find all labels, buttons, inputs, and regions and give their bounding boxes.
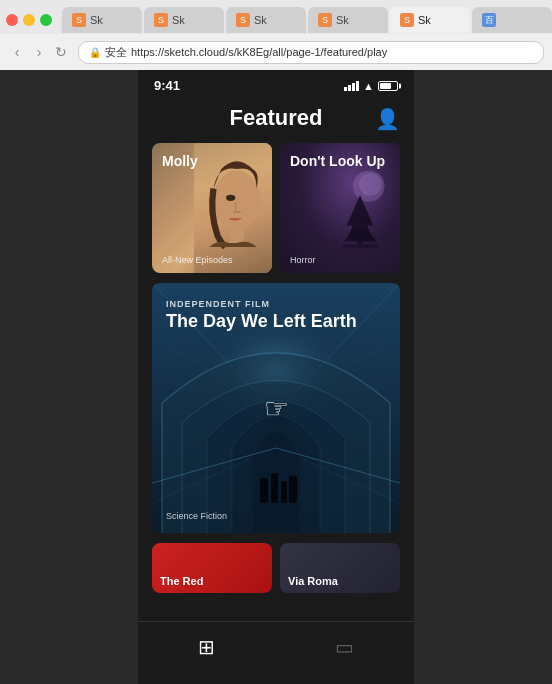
tab-2[interactable]: S Sk <box>144 7 224 33</box>
molly-card[interactable]: Molly All-New Episodes <box>152 143 272 273</box>
signal-bar-3 <box>352 83 355 91</box>
nav-home[interactable]: ⊞ <box>178 629 235 665</box>
dont-title: Don't Look Up <box>290 153 385 170</box>
profile-icon: 👤 <box>375 108 400 130</box>
tab-2-label: Sk <box>172 14 185 26</box>
svg-point-1 <box>226 195 235 201</box>
tab-bar: S Sk S Sk S Sk S Sk S Sk 百 <box>0 0 552 34</box>
signal-bar-1 <box>344 87 347 91</box>
svg-rect-2 <box>230 228 244 244</box>
svg-rect-17 <box>260 478 268 503</box>
dont-look-up-card[interactable]: Don't Look Up Horror <box>280 143 400 273</box>
wide-card-title: The Day We Left Earth <box>166 311 357 333</box>
battery-tip <box>399 83 401 88</box>
home-icon: ⊞ <box>198 635 215 659</box>
svg-rect-18 <box>271 473 278 503</box>
cursor-hand: ☞ <box>264 392 289 425</box>
top-cards-row: Molly All-New Episodes <box>138 143 414 273</box>
refresh-button[interactable]: ↻ <box>52 43 70 61</box>
app-content: 👤 Featured <box>138 97 414 671</box>
tab-2-icon: S <box>154 13 168 27</box>
tab-1-icon: S <box>72 13 86 27</box>
address-field[interactable]: 🔒 安全 https://sketch.cloud/s/kK8Eg/all/pa… <box>78 41 544 64</box>
tab-4[interactable]: S Sk <box>308 7 388 33</box>
forward-button[interactable]: › <box>30 43 48 61</box>
day-we-left-earth-card[interactable]: ☞ INDEPENDENT FILM The Day We Left Earth… <box>152 283 400 533</box>
the-red-title: The Red <box>160 575 203 587</box>
molly-face-art <box>194 143 272 273</box>
tab-6[interactable]: 百 <box>472 7 552 33</box>
molly-face-bg <box>194 143 272 273</box>
tab-1-label: Sk <box>90 14 103 26</box>
svg-rect-19 <box>281 481 287 503</box>
address-bar: ‹ › ↻ 🔒 安全 https://sketch.cloud/s/kK8Eg/… <box>0 34 552 70</box>
security-label: 安全 <box>105 45 127 60</box>
lock-icon: 🔒 <box>89 47 101 58</box>
svg-point-0 <box>214 171 261 230</box>
signal-bar-2 <box>348 85 351 91</box>
bottom-nav: ⊞ ▭ <box>138 621 414 671</box>
status-icons: ▲ <box>344 80 398 92</box>
tab-4-label: Sk <box>336 14 349 26</box>
tab-5-active[interactable]: S Sk <box>390 7 470 33</box>
status-bar: 9:41 ▲ <box>138 70 414 97</box>
close-button[interactable] <box>6 14 18 26</box>
svg-point-4 <box>359 173 382 196</box>
traffic-lights <box>6 14 52 26</box>
bottom-cards-row: The Red Via Roma <box>138 543 414 593</box>
nav-buttons: ‹ › ↻ <box>8 43 70 61</box>
status-time: 9:41 <box>154 78 180 93</box>
tab-5-icon: S <box>400 13 414 27</box>
the-red-card[interactable]: The Red <box>152 543 272 593</box>
browser-chrome: S Sk S Sk S Sk S Sk S Sk 百 ‹ › ↻ 🔒 <box>0 0 552 70</box>
svg-rect-6 <box>343 245 378 248</box>
tree-art <box>325 163 395 253</box>
nav-search[interactable]: ▭ <box>315 629 374 665</box>
molly-title: Molly <box>162 153 198 170</box>
profile-icon-container[interactable]: 👤 <box>375 107 400 131</box>
battery-icon <box>378 81 398 91</box>
address-url: https://sketch.cloud/s/kK8Eg/all/page-1/… <box>131 46 387 58</box>
tab-4-icon: S <box>318 13 332 27</box>
molly-subtitle: All-New Episodes <box>162 255 233 265</box>
tab-3-label: Sk <box>254 14 267 26</box>
via-roma-card[interactable]: Via Roma <box>280 543 400 593</box>
tab-6-icon: 百 <box>482 13 496 27</box>
tab-5-label: Sk <box>418 14 431 26</box>
tab-3-icon: S <box>236 13 250 27</box>
svg-rect-20 <box>289 476 297 503</box>
via-roma-title: Via Roma <box>288 575 338 587</box>
dont-subtitle: Horror <box>290 255 316 265</box>
battery-fill <box>380 83 391 89</box>
wide-card-sublabel: Science Fiction <box>166 511 227 521</box>
signal-bars <box>344 81 359 91</box>
search-icon: ▭ <box>335 635 354 659</box>
wide-card-genre: INDEPENDENT FILM <box>166 299 270 309</box>
wifi-icon: ▲ <box>363 80 374 92</box>
phone-frame: 9:41 ▲ 👤 Featured <box>138 70 414 684</box>
maximize-button[interactable] <box>40 14 52 26</box>
minimize-button[interactable] <box>23 14 35 26</box>
back-button[interactable]: ‹ <box>8 43 26 61</box>
page-title: Featured <box>138 97 414 143</box>
tab-3[interactable]: S Sk <box>226 7 306 33</box>
signal-bar-4 <box>356 81 359 91</box>
tab-1[interactable]: S Sk <box>62 7 142 33</box>
